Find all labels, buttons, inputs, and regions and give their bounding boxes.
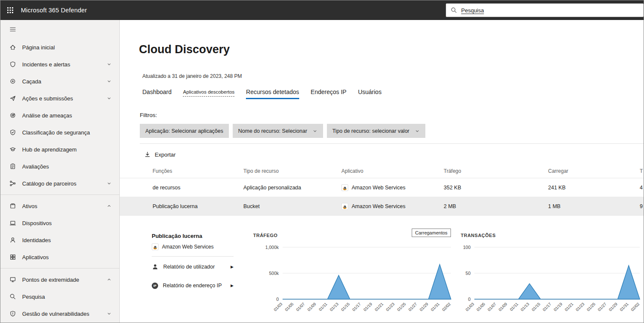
sidebar: Página inicial Incidentes e alertas Caça… [0,20,120,323]
svg-text:01/19: 01/19 [362,302,373,312]
sidebar-item-label: Incidentes e alertas [22,61,70,68]
search-placeholder: Pesquisa [461,7,484,14]
sidebar-item-evaluations[interactable]: Avaliações [0,158,119,175]
radar-icon [9,112,16,119]
clipboard-icon [9,163,16,170]
tab-discovered-apps[interactable]: Aplicativos descobertos [183,89,235,99]
home-icon [9,44,16,51]
section-divider [140,143,644,144]
collapse-nav-button[interactable] [0,20,119,39]
sidebar-item-learning-hub[interactable]: Hub de aprendizagem [0,141,119,158]
svg-text:01/11: 01/11 [318,302,328,312]
target-icon [9,78,16,85]
tab-users[interactable]: Usuários [358,89,381,99]
table-row-selected[interactable]: Publicação lucerna Bucket a Amazon Web S… [120,197,644,216]
sidebar-item-vulnerability-management[interactable]: Gestão de vulnerabilidades [0,305,119,322]
sidebar-item-assets[interactable]: Ativos [0,197,119,214]
sidebar-item-partner-catalog[interactable]: Catálogo de parceiros [0,175,119,192]
cell-aplicativo: a Amazon Web Services [341,203,444,210]
cell-funcoes: de recursos [120,185,243,191]
sidebar-item-label: Ativos [22,203,37,209]
svg-text:01/03: 01/03 [465,302,475,312]
filter-label: Nome do recurso: Selecionar [238,128,307,134]
sidebar-item-identities[interactable]: Identidades [0,232,119,249]
svg-text:01/23: 01/23 [575,302,585,312]
tab-dashboard[interactable]: Dashboard [142,89,172,99]
col-header-truncated[interactable]: T [640,168,644,174]
user-report-link[interactable]: Relatório de utilizador ▶ [152,258,234,275]
sidebar-item-devices[interactable]: Dispositivos [0,214,119,232]
sidebar-item-label: Dispositivos [22,220,52,226]
amazon-icon: a [341,184,348,191]
chevron-down-icon [107,181,112,186]
ip-report-link[interactable]: IP Relatório de endereço IP ▶ [152,277,234,294]
filter-application[interactable]: Aplicação: Selecionar aplicações [140,124,229,138]
sidebar-item-secure-score[interactable]: Classificação de segurança [0,124,119,141]
svg-text:01/31: 01/31 [619,302,630,312]
col-header-trafego[interactable]: Tráfego [444,168,548,174]
sidebar-item-label: Análise de ameaças [22,112,72,119]
svg-text:01/13: 01/13 [329,302,339,312]
svg-text:500k: 500k [269,271,279,276]
sidebar-item-label: Caçada [22,78,41,85]
sidebar-item-label: Pesquisa [22,294,45,300]
sidebar-divider [0,268,119,269]
col-header-aplicativo[interactable]: Aplicativo [341,168,444,174]
tab-bar: Dashboard Aplicativos descobertos Recurs… [142,89,644,99]
col-header-tipo[interactable]: Tipo de recurso [243,168,341,174]
export-button[interactable]: Exportar [144,151,176,158]
cell-funcoes: Publicação lucerna [120,203,243,209]
amazon-icon: a [341,203,348,210]
svg-text:02/02: 02/02 [630,302,641,312]
chevron-down-icon [312,129,318,134]
svg-text:01/29: 01/29 [419,302,429,312]
sidebar-item-home[interactable]: Página inicial [0,39,119,56]
defender-window: Microsoft 365 Defender Pesquisa Página i… [0,0,644,323]
tab-detected-resources[interactable]: Recursos detetados [246,89,299,99]
sidebar-item-apps[interactable]: Aplicativos [0,249,119,266]
svg-text:01/17: 01/17 [351,302,362,312]
sidebar-item-hunting[interactable]: Caçada [0,73,119,90]
page-title: Cloud Discovery [139,43,644,56]
svg-text:01/21: 01/21 [564,302,575,312]
svg-text:01/23: 01/23 [385,302,396,312]
chevron-down-icon [415,129,420,134]
sidebar-item-actions-submissions[interactable]: Ações e submissões [0,90,119,107]
sidebar-item-label: Classificação de segurança [22,129,90,136]
app-launcher-button[interactable] [0,0,20,20]
send-icon [9,95,16,102]
search-input[interactable]: Pesquisa [446,3,644,17]
filter-resource-name[interactable]: Nome do recurso: Selecionar [233,124,323,138]
sidebar-item-incidents-alerts[interactable]: Incidentes e alertas [0,56,119,73]
svg-text:01/25: 01/25 [586,302,596,312]
sidebar-item-threat-analytics[interactable]: Análise de ameaças [0,107,119,124]
search-icon [9,293,16,300]
cell-aplicativo: a Amazon Web Services [341,184,444,191]
monitor-icon [9,276,16,283]
filter-bar: Aplicação: Selecionar aplicações Nome do… [140,124,644,138]
main-content: Cloud Discovery Atualizado a 31 de janei… [120,20,644,323]
col-header-carregar[interactable]: Carregar [548,168,640,174]
svg-text:01/07: 01/07 [295,302,306,312]
table-row[interactable]: de recursos Aplicação personalizada a Am… [120,178,644,197]
arrow-right-icon: ▶ [231,283,234,288]
uploads-legend-chip[interactable]: Carregamentos [412,229,451,237]
svg-text:01/27: 01/27 [597,302,607,312]
svg-text:01/21: 01/21 [374,302,384,312]
resource-name: Publicação lucerna [152,233,234,239]
sidebar-item-label: Aplicativos [22,254,49,260]
col-header-funcoes[interactable]: Funções [120,168,243,174]
svg-text:01/27: 01/27 [407,302,418,312]
chevron-down-icon [107,79,112,84]
tab-ip-addresses[interactable]: Endereços IP [311,89,347,99]
sidebar-item-search[interactable]: Pesquisa [0,288,119,305]
sidebar-item-endpoints[interactable]: Pontos de extremidade [0,271,119,288]
arrow-right-icon: ▶ [231,265,234,269]
shield-icon [9,61,16,68]
filter-resource-type[interactable]: Tipo de recurso: selecionar valor [327,124,425,138]
svg-text:01/03: 01/03 [273,302,283,312]
filter-label: Tipo de recurso: selecionar valor [332,128,410,134]
svg-text:01/09: 01/09 [497,302,508,312]
svg-text:100: 100 [463,245,471,250]
svg-text:01/15: 01/15 [531,302,541,312]
